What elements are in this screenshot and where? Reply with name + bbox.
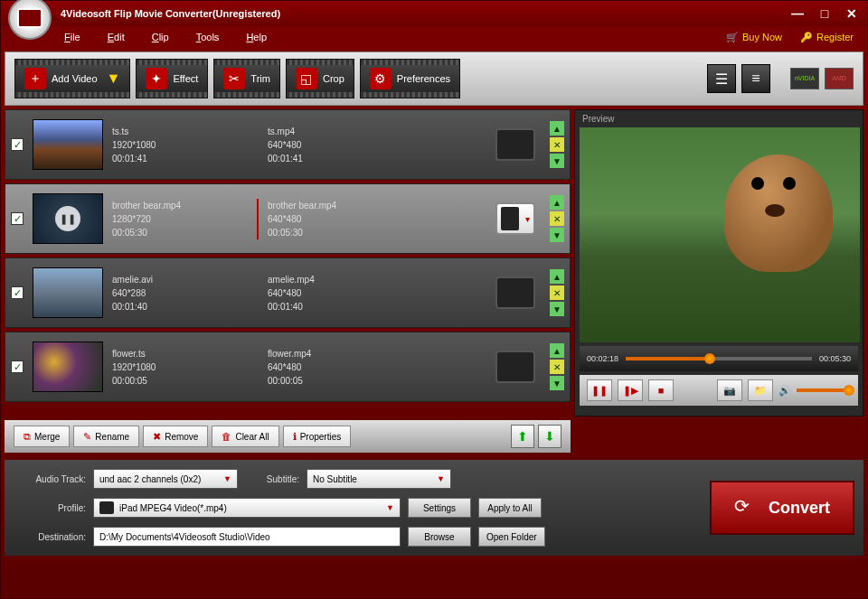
nvidia-badge: nVIDIA	[790, 68, 819, 89]
settings-button[interactable]: Settings	[408, 498, 471, 518]
toolbar: ＋ Add Video ▼ ✦ Effect ✂ Trim ◱ Crop ⚙ P…	[5, 51, 863, 106]
minimize-button[interactable]: —	[789, 6, 806, 21]
device-icon[interactable]	[495, 276, 535, 309]
file-source-info: brother bear.mp4 1280*720 00:05:30	[112, 199, 248, 239]
menu-help[interactable]: Help	[246, 32, 267, 42]
file-thumbnail[interactable]: ❚❚	[33, 193, 103, 244]
file-src-res: 640*288	[112, 286, 248, 300]
audio-track-value: und aac 2 channels (0x2)	[99, 474, 201, 484]
menubar: File Edit Clip Tools Help 🛒Buy Now 🔑Regi…	[1, 26, 867, 48]
amd-badge: AMD	[825, 68, 854, 89]
preferences-button[interactable]: ⚙ Preferences	[360, 59, 460, 98]
effect-button[interactable]: ✦ Effect	[136, 59, 208, 98]
file-thumbnail[interactable]	[33, 267, 103, 318]
device-icon[interactable]	[495, 128, 535, 161]
scissors-icon: ✂	[223, 68, 245, 89]
file-src-res: 1920*1080	[112, 138, 248, 152]
row-move-down-button[interactable]: ▼	[550, 154, 564, 168]
file-row[interactable]: ✓ amelie.avi 640*288 00:01:40 amelie.mp4…	[5, 257, 571, 328]
properties-button[interactable]: ℹProperties	[283, 426, 352, 447]
buy-now-link[interactable]: 🛒Buy Now	[726, 32, 782, 43]
file-row[interactable]: ✓ ❚❚ brother bear.mp4 1280*720 00:05:30 …	[5, 183, 571, 254]
device-dropdown[interactable]	[495, 202, 535, 235]
close-button[interactable]: ✕	[844, 6, 860, 21]
volume-slider[interactable]	[797, 388, 851, 392]
device-icon[interactable]	[495, 351, 535, 383]
open-folder-button[interactable]: Open Folder	[478, 527, 545, 547]
trim-button[interactable]: ✂ Trim	[213, 59, 280, 98]
remove-button[interactable]: ✖Remove	[143, 426, 208, 447]
step-button[interactable]: ❚▶	[618, 379, 643, 401]
destination-input[interactable]	[93, 527, 401, 547]
file-thumbnail[interactable]	[33, 119, 103, 170]
convert-icon: ⟳	[734, 495, 760, 520]
file-src-dur: 00:00:05	[112, 374, 248, 388]
rename-button[interactable]: ✎Rename	[73, 426, 139, 447]
clear-all-button[interactable]: 🗑Clear All	[212, 426, 278, 447]
file-checkbox[interactable]: ✓	[11, 212, 24, 225]
row-remove-button[interactable]: ✕	[550, 211, 564, 226]
row-remove-button[interactable]: ✕	[550, 137, 564, 152]
pencil-icon: ✎	[83, 431, 91, 443]
file-row[interactable]: ✓ flower.ts 1920*1080 00:00:05 flower.mp…	[5, 332, 571, 402]
file-row[interactable]: ✓ ts.ts 1920*1080 00:01:41 ts.mp4 640*48…	[5, 109, 571, 180]
view-detail-button[interactable]: ≡	[741, 64, 770, 93]
row-move-down-button[interactable]: ▼	[550, 302, 564, 316]
file-src-dur: 00:01:41	[112, 152, 248, 165]
convert-label: Convert	[769, 499, 830, 518]
file-src-dur: 00:05:30	[112, 226, 248, 239]
row-move-up-button[interactable]: ▲	[550, 343, 564, 358]
file-out-name: flower.mp4	[268, 347, 392, 360]
row-remove-button[interactable]: ✕	[550, 285, 564, 300]
open-snapshot-folder-button[interactable]: 📁	[748, 379, 773, 401]
row-move-down-button[interactable]: ▼	[550, 376, 564, 390]
add-video-button[interactable]: ＋ Add Video ▼	[14, 59, 130, 98]
file-thumbnail[interactable]	[33, 342, 103, 392]
apply-to-all-button[interactable]: Apply to All	[478, 498, 542, 518]
clear-all-label: Clear All	[235, 432, 269, 442]
gear-icon: ⚙	[370, 68, 392, 89]
menu-clip[interactable]: Clip	[152, 32, 169, 42]
menu-edit[interactable]: Edit	[108, 32, 125, 42]
stop-button[interactable]: ■	[648, 379, 674, 401]
row-remove-button[interactable]: ✕	[550, 360, 564, 374]
merge-button[interactable]: ⧉Merge	[14, 426, 70, 447]
pause-button[interactable]: ❚❚	[587, 379, 612, 401]
titlebar: 4Videosoft Flip Movie Converter(Unregist…	[1, 1, 867, 26]
row-move-down-button[interactable]: ▼	[550, 228, 564, 242]
file-checkbox[interactable]: ✓	[11, 286, 24, 299]
effect-icon: ✦	[146, 68, 167, 89]
browse-button[interactable]: Browse	[408, 527, 471, 547]
file-checkbox[interactable]: ✓	[11, 360, 24, 373]
file-src-dur: 00:01:40	[112, 300, 248, 314]
file-checkbox[interactable]: ✓	[11, 138, 24, 151]
snapshot-button[interactable]: 📷	[717, 379, 742, 401]
move-up-button[interactable]: ⬆	[511, 425, 534, 448]
preview-video[interactable]	[580, 127, 860, 342]
view-list-button[interactable]: ☰	[707, 64, 736, 93]
maximize-button[interactable]: □	[816, 6, 833, 21]
cart-icon: 🛒	[726, 32, 739, 43]
trim-label: Trim	[250, 73, 270, 84]
register-label: Register	[816, 32, 854, 42]
profile-dropdown[interactable]: iPad MPEG4 Video(*.mp4)▼	[93, 498, 401, 518]
menu-file[interactable]: File	[64, 32, 80, 42]
file-out-res: 640*480	[268, 212, 392, 226]
list-action-bar: ⧉Merge ✎Rename ✖Remove 🗑Clear All ℹPrope…	[5, 420, 571, 453]
register-link[interactable]: 🔑Register	[800, 32, 854, 43]
menu-tools[interactable]: Tools	[196, 32, 220, 42]
row-move-up-button[interactable]: ▲	[550, 195, 564, 210]
convert-button[interactable]: ⟳ Convert	[710, 481, 854, 535]
move-down-button[interactable]: ⬇	[538, 425, 561, 448]
x-icon: ✖	[153, 431, 161, 443]
audio-track-dropdown[interactable]: und aac 2 channels (0x2)▼	[93, 469, 238, 489]
crop-icon: ◱	[296, 68, 317, 89]
crop-button[interactable]: ◱ Crop	[286, 59, 354, 98]
seek-slider[interactable]	[626, 357, 812, 360]
ipad-icon	[501, 207, 519, 230]
subtitle-dropdown[interactable]: No Subtitle▼	[307, 469, 451, 489]
row-move-up-button[interactable]: ▲	[550, 121, 564, 136]
row-move-up-button[interactable]: ▲	[550, 269, 564, 284]
file-output-info: brother bear.mp4 640*480 00:05:30	[257, 199, 392, 239]
time-total: 00:05:30	[819, 354, 851, 363]
